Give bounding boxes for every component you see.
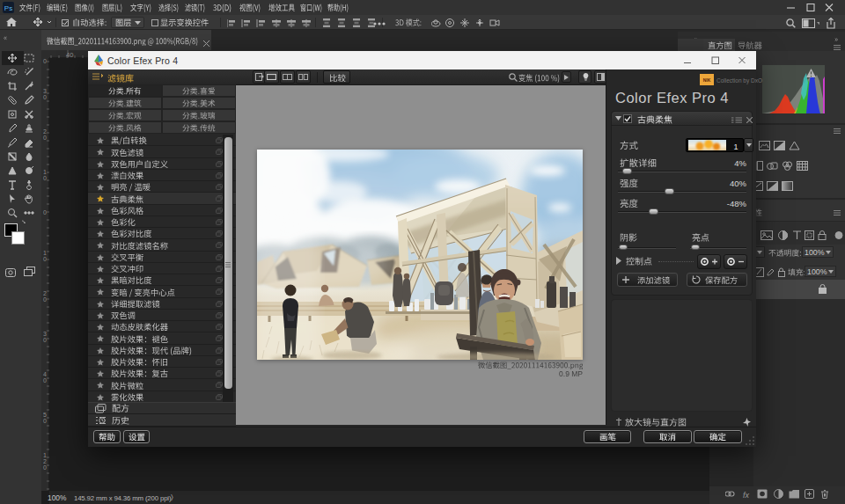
svg-text:Ps: Ps (4, 4, 12, 12)
